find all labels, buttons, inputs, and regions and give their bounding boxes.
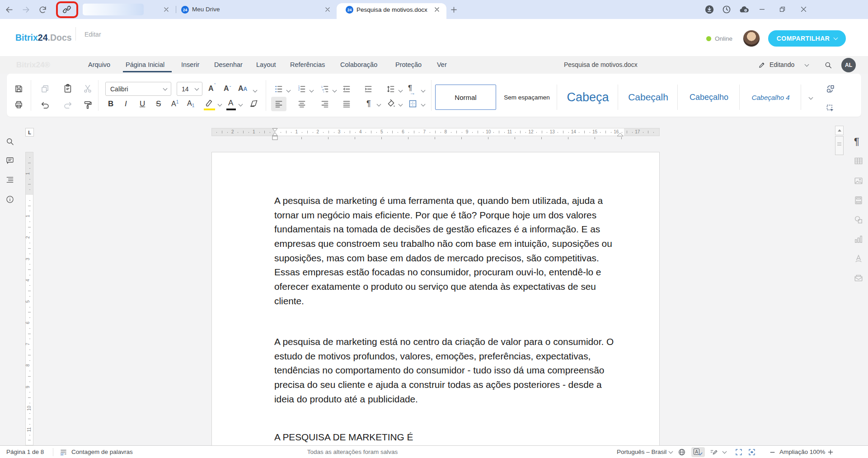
paragraph-direction-icon[interactable]: ¶→	[408, 84, 412, 93]
style-cabeca[interactable]: Cabeça	[558, 85, 618, 110]
close-tab-1-icon[interactable]	[163, 6, 169, 13]
font-size-select[interactable]: 14	[177, 82, 202, 96]
document-text-line[interactable]: A PESQUISA DE MARKETING É	[274, 432, 413, 443]
share-button[interactable]: COMPARTILHAR	[768, 30, 846, 47]
paste-icon[interactable]	[63, 84, 73, 94]
chevron-down-icon[interactable]	[421, 102, 426, 107]
user-avatar-photo[interactable]	[743, 30, 760, 47]
fit-page-icon[interactable]	[735, 448, 743, 456]
document-text-line[interactable]: tendências no comportamento do consumido…	[274, 365, 604, 376]
increase-indent-icon[interactable]	[364, 85, 373, 94]
document-page[interactable]: A pesquisa de marketing é uma ferramenta…	[211, 152, 660, 445]
cloud-sync-icon[interactable]	[739, 5, 749, 14]
menu-referencias[interactable]: Referências	[290, 56, 325, 74]
cut-icon[interactable]	[83, 84, 93, 94]
tab-meu-drive[interactable]: Meu Drive	[192, 6, 220, 13]
menu-inserir[interactable]: Inserir	[181, 56, 199, 74]
highlight-color-icon[interactable]	[204, 98, 214, 108]
change-case-icon[interactable]: AA	[238, 85, 247, 93]
superscript-icon[interactable]: A1	[171, 99, 178, 108]
blurred-tab-title[interactable]	[83, 4, 144, 15]
document-text-line[interactable]: cliente.	[274, 296, 304, 307]
chevron-down-icon[interactable]	[286, 88, 291, 93]
fit-width-icon[interactable]	[748, 448, 756, 456]
right-indent-marker[interactable]	[617, 132, 624, 137]
spellcheck-toggle[interactable]: A	[691, 447, 705, 457]
chevron-down-icon[interactable]	[421, 88, 426, 93]
save-icon[interactable]	[14, 84, 23, 94]
word-count-label[interactable]: Contagem de palavras	[71, 446, 133, 458]
forward-icon[interactable]	[22, 5, 30, 14]
document-text-line[interactable]: tornar um negócio mais eficiente. Por qu…	[274, 210, 596, 221]
chevron-down-icon[interactable]	[333, 88, 337, 93]
italic-icon[interactable]: I	[125, 99, 127, 109]
maximize-window-icon[interactable]	[779, 6, 786, 13]
new-tab-icon[interactable]	[450, 6, 458, 14]
chevron-down-icon[interactable]	[253, 88, 258, 93]
font-color-icon[interactable]: A	[228, 99, 233, 108]
document-text-line[interactable]: Essas empresas estão focadas no consumid…	[274, 267, 601, 278]
chevron-down-icon[interactable]	[218, 102, 222, 107]
close-tab-active-icon[interactable]	[434, 6, 440, 13]
mail-merge-icon[interactable]	[854, 273, 863, 283]
close-tab-2-icon[interactable]	[324, 6, 331, 13]
download-icon[interactable]	[704, 5, 714, 14]
align-center-icon[interactable]	[297, 99, 306, 109]
menu-ver[interactable]: Ver	[437, 56, 447, 74]
format-painter-icon[interactable]	[83, 100, 93, 110]
underline-icon[interactable]: U	[140, 99, 145, 109]
multilevel-list-icon[interactable]: 1ai	[320, 85, 329, 94]
decrease-indent-icon[interactable]	[342, 85, 351, 94]
menu-colaboracao[interactable]: Colaboração	[340, 56, 377, 74]
chevron-down-icon[interactable]	[805, 62, 809, 67]
document-text-line[interactable]: A pesquisa de marketing é uma ferramenta…	[274, 195, 603, 206]
editing-mode-label[interactable]: Editando	[769, 56, 794, 74]
search-icon[interactable]	[824, 61, 832, 69]
undo-icon[interactable]	[40, 100, 50, 110]
style-cabecalho-2[interactable]: Cabeçalh	[619, 85, 678, 110]
print-icon[interactable]	[14, 100, 23, 109]
table-settings-icon[interactable]	[854, 156, 863, 166]
tab-active[interactable]: 24 Pesquisa de motivos.docx	[337, 3, 446, 19]
chart-settings-icon[interactable]	[854, 234, 863, 244]
scrollbar-up-button[interactable]	[835, 126, 844, 135]
close-window-icon[interactable]	[800, 6, 807, 13]
document-text-line[interactable]: ideia do produto até a publicidade.	[274, 394, 418, 405]
user-avatar-initials[interactable]: AL	[841, 58, 856, 72]
menu-desenhar[interactable]: Desenhar	[214, 56, 243, 74]
borders-icon[interactable]	[408, 99, 418, 109]
redo-icon[interactable]	[63, 100, 73, 110]
history-icon[interactable]	[722, 5, 731, 14]
chevron-down-icon[interactable]	[377, 102, 381, 107]
image-settings-icon[interactable]	[854, 176, 863, 186]
align-left-icon[interactable]	[274, 99, 283, 109]
replace-style-icon[interactable]	[826, 84, 835, 94]
info-icon[interactable]	[5, 195, 14, 204]
chevron-down-icon[interactable]	[723, 449, 727, 454]
style-cabecalho-3[interactable]: Cabeçalho	[679, 85, 740, 110]
tab-stop-selector[interactable]: L	[25, 128, 34, 137]
scrollbar-thumb[interactable]	[835, 136, 844, 155]
zoom-in-icon[interactable]	[827, 449, 834, 455]
increase-font-icon[interactable]: Aˆ	[208, 85, 214, 93]
style-sem-espacamento[interactable]: Sem espaçamen	[497, 85, 557, 110]
vertical-ruler[interactable]: 11234567891011	[25, 152, 33, 445]
document-text-line[interactable]: estudo de motivos profundos, valores, em…	[274, 351, 591, 362]
align-right-icon[interactable]	[320, 99, 329, 109]
document-text-line[interactable]: precisa do seu cliente e ajuda a constru…	[274, 379, 602, 390]
text-art-settings-icon[interactable]	[854, 254, 863, 264]
menu-layout[interactable]: Layout	[256, 56, 276, 74]
document-text-line[interactable]: empresas que constroem seu trabalho não …	[274, 238, 612, 249]
document-text-line[interactable]: oferecer exatamente o produto ou serviço…	[274, 281, 596, 292]
strikethrough-icon[interactable]: S	[156, 99, 161, 109]
back-icon[interactable]	[5, 5, 14, 14]
header-footer-settings-icon[interactable]	[854, 195, 863, 205]
menu-arquivo[interactable]: Arquivo	[88, 56, 110, 74]
bold-icon[interactable]: B	[108, 99, 113, 109]
comments-icon[interactable]	[5, 156, 14, 165]
bullet-list-icon[interactable]	[274, 85, 283, 94]
style-cabecalho-4[interactable]: Cabeçalho 4	[741, 85, 801, 110]
copy-icon[interactable]	[40, 84, 50, 94]
decrease-font-icon[interactable]: Aˇ	[224, 85, 229, 93]
shading-icon[interactable]	[386, 99, 396, 109]
